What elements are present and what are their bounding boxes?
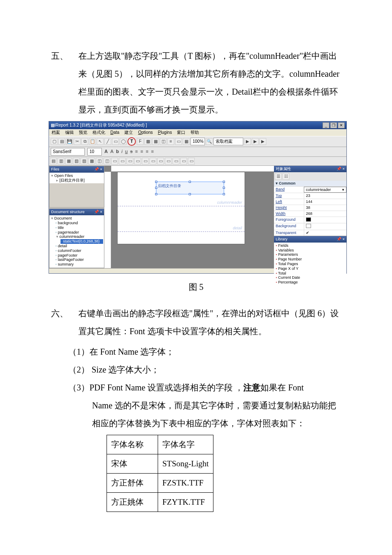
structure-pageheader[interactable]: pageHeader [55, 230, 103, 235]
align-tool-icon[interactable]: ◫ [104, 158, 110, 165]
open-files-root[interactable]: Open Files [50, 173, 103, 178]
pointer-icon[interactable]: ↖ [97, 138, 104, 145]
menu-help[interactable]: 帮助 [190, 130, 199, 135]
align-tool-icon[interactable]: ▭ [150, 158, 156, 165]
menu-options[interactable]: Options [138, 130, 153, 135]
run-icon[interactable]: ▶ [252, 138, 259, 145]
open-file-item[interactable]: [归档文件目录] [55, 178, 103, 183]
save-icon[interactable]: 💾 [66, 138, 73, 145]
prop-top[interactable]: Top23 [274, 193, 346, 199]
lib-parameters[interactable]: Parameters [275, 252, 346, 257]
rect-icon[interactable]: ▭ [112, 138, 119, 145]
font-decrease-icon[interactable]: A [110, 149, 113, 154]
crosstab-icon[interactable]: ▦ [183, 138, 190, 145]
strike-icon[interactable]: s [130, 149, 133, 154]
copy-icon[interactable]: ⧉ [81, 138, 88, 145]
subreport-icon[interactable]: ▦ [152, 138, 159, 145]
align-tool-icon[interactable]: ▩ [88, 158, 95, 165]
maximize-button[interactable]: ❐ [330, 122, 337, 128]
font-name-select[interactable]: SansSerif [51, 148, 85, 156]
align-tool-icon[interactable]: ▦ [65, 158, 72, 165]
structure-document[interactable]: Document [50, 216, 103, 221]
image-icon[interactable]: ▩ [144, 138, 151, 145]
font-size-select[interactable]: 10 [87, 148, 102, 156]
align-tool-icon[interactable]: ▭ [188, 158, 195, 165]
align-justify-icon[interactable]: ≡ [151, 149, 153, 154]
align-left-icon[interactable]: ≡ [135, 149, 138, 154]
props-cat-icon[interactable]: ☷ [282, 173, 289, 180]
ellipse-icon[interactable]: ◯ [120, 138, 127, 145]
run2-icon[interactable]: ▶ [259, 138, 266, 145]
zoom-select[interactable]: 100% [190, 138, 205, 145]
menu-format[interactable]: 格式化 [92, 130, 105, 135]
lib-pagexofy[interactable]: Page X of Y [275, 266, 346, 271]
structure-summary[interactable]: summary [55, 262, 103, 267]
structure-title[interactable]: title [55, 225, 103, 230]
menu-edit[interactable]: 编辑 [65, 130, 74, 135]
align-tool-icon[interactable]: ▤ [50, 158, 57, 165]
search-input[interactable]: 索取档案 [213, 138, 243, 145]
lib-pagenumber[interactable]: Page Number [275, 257, 346, 262]
menu-plugins[interactable]: Plugins [158, 130, 172, 135]
lib-percentage[interactable]: Percentage [275, 280, 346, 285]
menu-data[interactable]: Data [110, 130, 119, 135]
menu-preview[interactable]: 预览 [79, 130, 87, 135]
prop-foreground[interactable]: Foreground [274, 217, 346, 223]
align-tool-icon[interactable]: ▭ [111, 158, 118, 165]
align-tool-icon[interactable]: ▨ [81, 158, 87, 165]
new-icon[interactable]: ▢ [51, 138, 58, 145]
align-tool-icon[interactable]: ▭ [165, 158, 172, 165]
align-tool-icon[interactable]: ▭ [157, 158, 164, 165]
align-tool-icon[interactable]: ▭ [173, 158, 179, 165]
textfield-icon[interactable]: F [137, 138, 144, 145]
align-tool-icon[interactable]: ▥ [58, 158, 64, 165]
barcode-icon[interactable]: ≡ [167, 138, 174, 145]
structure-detail[interactable]: detail [55, 244, 103, 249]
prop-left[interactable]: Left144 [274, 199, 346, 205]
menu-build[interactable]: 建立 [124, 130, 133, 135]
panel-pin-icon[interactable]: 📌 [337, 167, 345, 171]
lib-totalpages[interactable]: Total Pages [275, 262, 346, 266]
align-tool-icon[interactable]: ▭ [127, 158, 133, 165]
props-sort-icon[interactable]: ☰ [275, 173, 282, 180]
structure-columnfooter[interactable]: columnFooter [55, 249, 103, 253]
chart-icon[interactable]: ◫ [160, 138, 167, 145]
align-tool-icon[interactable]: ▭ [134, 158, 141, 165]
align-tool-icon[interactable]: ▭ [119, 158, 126, 165]
prop-background[interactable]: Background [274, 223, 346, 230]
band-columnheader[interactable]: 归档文件目录 columnHeader [118, 172, 245, 206]
align-center-icon[interactable]: ≡ [141, 149, 143, 154]
minimize-button[interactable]: _ [323, 122, 329, 128]
structure-pagefooter[interactable]: pageFooter [55, 253, 103, 258]
structure-lastpagefooter[interactable]: lastPageFooter [55, 257, 103, 262]
band-detail[interactable]: detail [118, 206, 245, 232]
prop-width[interactable]: Width268 [274, 211, 346, 217]
frame-icon[interactable]: ▭ [175, 138, 182, 145]
cut-icon[interactable]: ✂ [74, 138, 81, 145]
align-right-icon[interactable]: ≡ [146, 149, 148, 154]
italic-icon[interactable]: i [121, 149, 122, 154]
open-icon[interactable]: ▤ [58, 138, 65, 145]
align-tool-icon[interactable]: ▭ [142, 158, 149, 165]
menu-window[interactable]: 窗口 [177, 130, 185, 135]
paste-icon[interactable]: 📋 [89, 138, 96, 145]
close-button[interactable]: ✕ [338, 122, 345, 128]
search-go-icon[interactable]: ▶ [244, 138, 251, 145]
report-page[interactable]: 归档文件目录 columnHeader detail [117, 172, 245, 244]
lib-currentdate[interactable]: Current Date [275, 275, 346, 280]
align-tool-icon[interactable]: ▭ [180, 158, 187, 165]
line-icon[interactable]: ╱ [104, 138, 111, 145]
lib-total[interactable]: Total [275, 271, 346, 276]
panel-pin-icon[interactable]: 📌 [94, 167, 102, 172]
prop-transparent[interactable]: Transparent✔ [274, 230, 346, 236]
prop-band[interactable]: BandcolumnHeader▾ [274, 186, 346, 193]
align-tool-icon[interactable]: ▧ [73, 158, 80, 165]
font-increase-icon[interactable]: A [104, 149, 108, 154]
structure-static-text[interactable]: staticText(0,0,268,38) [61, 239, 103, 244]
panel-pin-icon[interactable]: 📌 [94, 210, 102, 214]
bold-icon[interactable]: b [116, 149, 119, 154]
zoomin-icon[interactable]: 🔍 [206, 138, 213, 145]
underline-icon[interactable]: u [125, 149, 127, 154]
structure-background[interactable]: background [55, 221, 103, 225]
lib-fields[interactable]: Fields [275, 243, 346, 248]
